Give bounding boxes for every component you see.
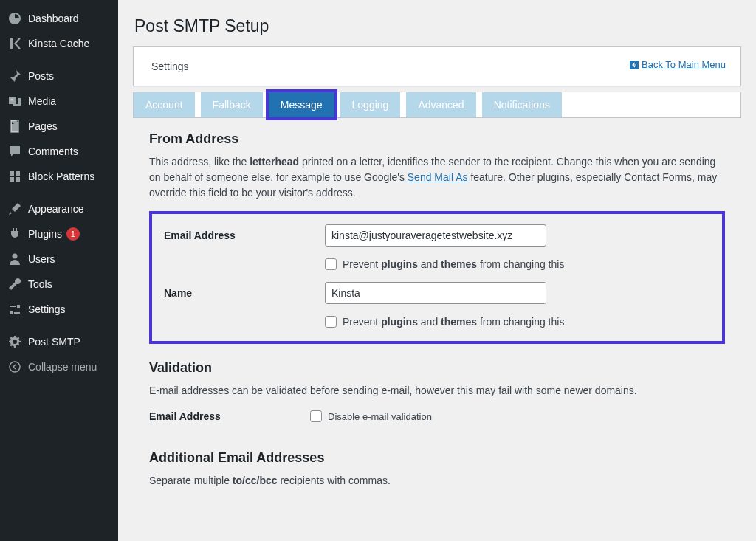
from-address-heading: From Address [149, 131, 725, 147]
send-mail-as-link[interactable]: Send Mail As [408, 171, 468, 183]
sidebar-item-label: Tools [28, 278, 52, 290]
sidebar-item-label: Comments [28, 145, 78, 157]
settings-tabs: Account Fallback Message Logging Advance… [133, 92, 741, 118]
svg-rect-5 [16, 177, 20, 182]
svg-rect-3 [16, 171, 20, 176]
back-arrow-icon [630, 61, 639, 69]
email-address-input[interactable] [325, 224, 546, 247]
svg-rect-2 [10, 171, 14, 176]
validation-heading: Validation [149, 360, 725, 376]
from-address-description: This address, like the letterhead printe… [149, 154, 725, 201]
wrench-icon [7, 277, 22, 292]
collapse-icon [7, 359, 22, 374]
svg-point-7 [10, 362, 20, 372]
sidebar-item-label: Block Patterns [28, 170, 94, 182]
disable-validation-label: Disable e-mail validation [328, 411, 432, 422]
update-badge: 1 [66, 227, 80, 241]
name-input[interactable] [325, 282, 546, 304]
gear-icon [7, 334, 22, 349]
pin-icon [7, 69, 22, 83]
back-to-main-link[interactable]: Back To Main Menu [630, 59, 726, 70]
main-content: Post SMTP Setup Settings Back To Main Me… [118, 0, 756, 541]
sidebar-item-label: Dashboard [28, 13, 79, 24]
sidebar-item-label: Users [28, 253, 55, 265]
name-label: Name [164, 287, 325, 299]
svg-point-6 [13, 254, 18, 259]
svg-rect-4 [10, 177, 14, 182]
sidebar-item-label: Pages [28, 120, 58, 132]
sidebar-item-pages[interactable]: Pages [0, 114, 118, 139]
sidebar-item-appearance[interactable]: Appearance [0, 196, 118, 221]
sidebar-item-posts[interactable]: Posts [0, 63, 118, 89]
settings-panel: Settings Back To Main Menu [133, 46, 741, 86]
tab-fallback[interactable]: Fallback [201, 92, 263, 117]
settings-heading: Settings [151, 61, 189, 72]
sidebar-item-label: Kinsta Cache [28, 38, 89, 49]
validation-email-label: Email Address [149, 410, 310, 422]
sidebar-item-comments[interactable]: Comments [0, 139, 118, 164]
sidebar-item-users[interactable]: Users [0, 247, 118, 272]
collapse-label: Collapse menu [28, 361, 97, 373]
dashboard-icon [7, 11, 22, 26]
additional-heading: Additional Email Addresses [149, 450, 725, 466]
svg-point-0 [11, 99, 13, 101]
kinsta-icon [7, 36, 22, 51]
from-address-form: Email Address Prevent plugins and themes… [149, 211, 725, 344]
sidebar-item-media[interactable]: Media [0, 89, 118, 114]
tab-advanced[interactable]: Advanced [406, 92, 475, 117]
user-icon [7, 252, 22, 266]
disable-validation-checkbox[interactable] [310, 410, 322, 422]
comment-icon [7, 144, 22, 159]
sliders-icon [7, 302, 22, 317]
tab-message[interactable]: Message [269, 92, 334, 117]
prevent-email-override-checkbox[interactable] [325, 258, 337, 270]
sidebar-item-label: Plugins [28, 228, 62, 240]
blocks-icon [7, 169, 22, 184]
sidebar-item-label: Media [28, 95, 56, 107]
sidebar-item-block-patterns[interactable]: Block Patterns [0, 164, 118, 189]
admin-sidebar: Dashboard Kinsta Cache Posts Media Pages… [0, 0, 118, 541]
back-link-text: Back To Main Menu [642, 59, 726, 70]
brush-icon [7, 201, 22, 216]
collapse-menu[interactable]: Collapse menu [0, 354, 118, 379]
sidebar-item-label: Appearance [28, 203, 84, 215]
tab-account[interactable]: Account [134, 92, 195, 117]
sidebar-item-post-smtp[interactable]: Post SMTP [0, 329, 118, 354]
prevent-name-label: Prevent plugins and themes from changing… [343, 316, 564, 328]
media-icon [7, 94, 22, 108]
tab-logging[interactable]: Logging [340, 92, 401, 117]
from-address-section: From Address This address, like the lett… [133, 118, 741, 347]
sidebar-item-label: Posts [28, 70, 54, 82]
prevent-email-label: Prevent plugins and themes from changing… [343, 258, 564, 270]
sidebar-item-kinsta-cache[interactable]: Kinsta Cache [0, 31, 118, 56]
validation-section: Validation E-mail addresses can be valid… [133, 347, 741, 437]
email-address-label: Email Address [164, 230, 325, 241]
sidebar-item-dashboard[interactable]: Dashboard [0, 6, 118, 31]
page-icon [7, 119, 22, 134]
tab-notifications[interactable]: Notifications [482, 92, 562, 117]
validation-description: E-mail addresses can be validated before… [149, 383, 725, 399]
page-title: Post SMTP Setup [134, 16, 740, 36]
sidebar-item-plugins[interactable]: Plugins 1 [0, 221, 118, 247]
sidebar-item-label: Settings [28, 303, 66, 315]
additional-description: Separate multiple to/cc/bcc recipients w… [149, 473, 725, 489]
additional-addresses-section: Additional Email Addresses Separate mult… [133, 437, 741, 492]
plug-icon [7, 227, 22, 241]
sidebar-item-label: Post SMTP [28, 336, 80, 348]
prevent-name-override-checkbox[interactable] [325, 316, 337, 328]
sidebar-item-settings[interactable]: Settings [0, 297, 118, 322]
sidebar-item-tools[interactable]: Tools [0, 272, 118, 297]
